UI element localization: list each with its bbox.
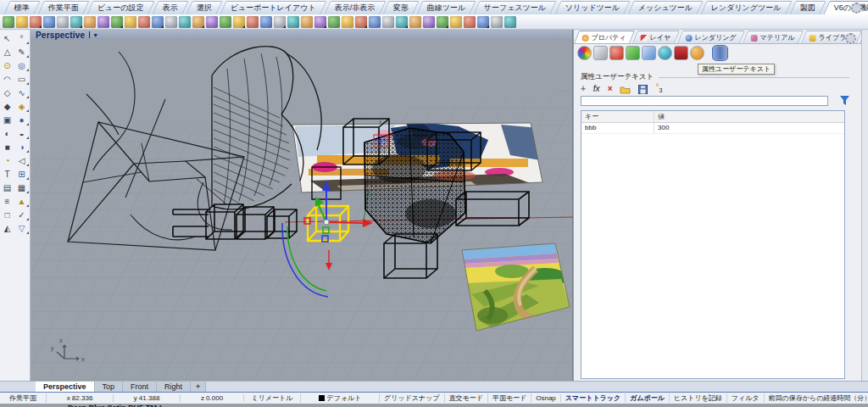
toolbar-icon[interactable]	[396, 16, 408, 28]
toolbar-icon[interactable]	[165, 16, 177, 28]
viewport-tab-front[interactable]: Front	[123, 382, 157, 392]
column-header-value[interactable]: 値	[654, 111, 844, 122]
arc-icon[interactable]: ◠	[1, 73, 14, 86]
status-units[interactable]: ミリメートル	[244, 393, 301, 403]
menu-tab-cplane[interactable]: 作業平面	[37, 1, 89, 14]
toolbar-icon[interactable]	[16, 16, 28, 28]
block-icon[interactable]: □	[1, 209, 14, 221]
toolbar-icon[interactable]	[260, 16, 272, 28]
toolbar-icon[interactable]	[464, 16, 476, 28]
annotate-icon[interactable]: ▲	[15, 195, 29, 208]
toolbar-icon[interactable]	[423, 16, 435, 28]
circle-icon[interactable]: ⊙	[1, 59, 14, 72]
select-arrow-icon[interactable]: ↖	[1, 32, 14, 45]
toolbar-icon[interactable]	[409, 16, 421, 28]
toolbar-icon[interactable]	[138, 16, 150, 28]
toggle-record-history[interactable]: ヒストリを記録	[670, 393, 727, 403]
loft-icon[interactable]: ◈	[15, 100, 29, 113]
pen-link-icon[interactable]	[593, 46, 608, 60]
delete-key-icon[interactable]: ×	[608, 84, 613, 94]
menu-tab-viewport-layout[interactable]: ビューポートレイアウト	[220, 1, 326, 14]
toolbar-icon[interactable]	[179, 16, 191, 28]
chamfer-icon[interactable]: ◁	[15, 154, 29, 167]
save-file-icon[interactable]	[638, 85, 648, 94]
boolean-icon[interactable]: ◑	[15, 141, 29, 153]
gumball-x-arrow[interactable]	[326, 222, 364, 223]
check-icon[interactable]: ✓	[15, 209, 29, 221]
viewport-menu-arrow-icon[interactable]: ▼	[92, 32, 98, 38]
glass-cube-icon[interactable]	[642, 46, 656, 60]
panel-tab-rendering[interactable]: レンダリング	[676, 31, 744, 43]
key-cell[interactable]: bbb	[581, 123, 654, 133]
toolbar-icon[interactable]	[328, 16, 340, 28]
toolbar-icon[interactable]	[206, 16, 218, 28]
toggle-osnap[interactable]: Osnap	[531, 394, 561, 402]
shade-icon[interactable]: ◭	[1, 222, 14, 235]
array-icon[interactable]: ▤	[1, 181, 14, 194]
hatch-icon[interactable]: ▦	[15, 181, 29, 194]
perspective-viewport[interactable]: Perspective ▼	[31, 30, 573, 381]
toolbar-icon[interactable]	[287, 16, 299, 28]
toggle-ortho[interactable]: 直交モード	[445, 393, 488, 403]
curve-icon[interactable]: ✎	[15, 46, 29, 59]
viewport-title-bar[interactable]: Perspective ▼	[31, 30, 572, 40]
rectangle-icon[interactable]: ▭	[15, 73, 29, 86]
orange-ball-icon[interactable]	[690, 46, 704, 60]
menu-tab-mesh-tools[interactable]: メッシュツール	[627, 1, 703, 14]
toggle-planar[interactable]: 平面モード	[488, 393, 531, 403]
menu-tab-rendering-tools[interactable]: レンダリングツール	[701, 1, 793, 14]
menu-tab-display[interactable]: 表示	[152, 1, 188, 14]
toolbar-icon[interactable]	[111, 16, 123, 28]
status-layer[interactable]: デフォルト	[301, 393, 380, 403]
menu-tab-select[interactable]: 選択	[186, 1, 222, 14]
gumball-center[interactable]	[324, 220, 329, 225]
match-key-icon[interactable]: °3	[655, 82, 662, 96]
toolbar-icon[interactable]	[355, 16, 367, 28]
toolbar-icon[interactable]	[30, 16, 42, 28]
menu-tab-solid-tools[interactable]: ソリッドツール	[554, 1, 630, 14]
toolbar-icon[interactable]	[247, 16, 259, 28]
toolbar-icon[interactable]	[450, 16, 462, 28]
menu-tab-visibility[interactable]: 表示/非表示	[324, 1, 386, 14]
toolbar-icon[interactable]	[70, 16, 82, 28]
toolbar-icon[interactable]	[369, 16, 381, 28]
ellipse-icon[interactable]: ◎	[15, 59, 29, 72]
toolbar-icon[interactable]	[437, 16, 448, 28]
panel-gear-icon[interactable]	[845, 33, 856, 44]
box-icon[interactable]: ▣	[1, 114, 14, 126]
toolbar-icon[interactable]	[125, 16, 136, 28]
menubar-gear-icon[interactable]	[851, 3, 862, 14]
toolbar-icon[interactable]	[57, 16, 69, 28]
attribute-user-text-icon[interactable]	[713, 46, 727, 60]
toolbar-icon[interactable]	[192, 16, 204, 28]
toolbar-icon[interactable]	[314, 16, 326, 28]
status-y-coord[interactable]: y 41.388	[114, 394, 181, 402]
point-icon[interactable]: °	[15, 32, 29, 45]
toggle-smarttrack[interactable]: スマートトラック	[561, 393, 626, 403]
panel-tab-materials[interactable]: マテリアル	[743, 31, 804, 43]
surface-icon[interactable]: ◆	[1, 100, 14, 113]
toolbar-icon[interactable]	[491, 16, 503, 28]
cylinder-icon[interactable]: ◐	[1, 127, 14, 140]
menu-tab-view-settings[interactable]: ビューの設定	[86, 1, 154, 14]
toolbar-icon[interactable]	[382, 16, 394, 28]
filter-input[interactable]	[581, 96, 828, 106]
status-cplane[interactable]: 作業平面	[0, 393, 47, 403]
column-header-key[interactable]: キー	[581, 111, 654, 122]
open-file-icon[interactable]	[620, 85, 631, 94]
table-row[interactable]: bbb 300	[581, 123, 844, 134]
toolbar-icon[interactable]	[220, 16, 231, 28]
toolbar-icon[interactable]	[301, 16, 313, 28]
hatch-ball-icon[interactable]	[609, 46, 624, 60]
panel-gutter[interactable]	[861, 30, 868, 392]
toolbar-icon[interactable]	[97, 16, 109, 28]
status-z-coord[interactable]: z 0.000	[181, 394, 244, 402]
function-icon[interactable]: fx	[593, 84, 600, 94]
menu-tab-transform[interactable]: 変形	[383, 1, 420, 14]
render-sphere-icon[interactable]	[658, 46, 672, 60]
toolbar-icon[interactable]	[274, 16, 286, 28]
panel-tab-layers[interactable]: レイヤ	[632, 31, 680, 43]
toolbar-icon[interactable]	[3, 16, 14, 28]
value-cell[interactable]: 300	[654, 123, 844, 133]
sphere-icon[interactable]: ●	[15, 114, 29, 126]
